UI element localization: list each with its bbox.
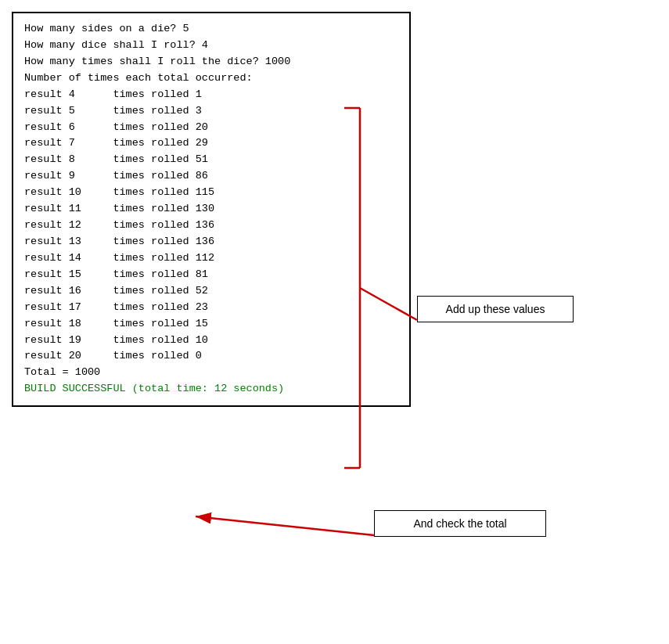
output-line: result 11 times rolled 130 (24, 203, 214, 214)
output-line: result 6 times rolled 20 (24, 121, 208, 133)
output-line: result 14 times rolled 112 (24, 252, 214, 264)
output-line: result 17 times rolled 23 (24, 301, 208, 313)
output-line: result 19 times rolled 10 (24, 334, 208, 346)
output-line: result 15 times rolled 81 (24, 268, 208, 280)
output-line: How many sides on a die? 5 (24, 23, 189, 34)
annotation-check-label: And check the total (413, 517, 506, 530)
annotation-check-total: And check the total (374, 510, 546, 537)
output-line: result 12 times rolled 136 (24, 219, 214, 231)
output-line: result 5 times rolled 3 (24, 105, 202, 117)
output-line: result 8 times rolled 51 (24, 153, 208, 165)
output-line: result 4 times rolled 1 (24, 88, 202, 100)
output-line: result 7 times rolled 29 (24, 137, 208, 149)
output-panel: How many sides on a die? 5 How many dice… (12, 12, 411, 407)
annotation-add-values: Add up these values (417, 296, 574, 322)
output-line: result 13 times rolled 136 (24, 236, 214, 247)
output-line: BUILD SUCCESSFUL (total time: 12 seconds… (24, 383, 284, 394)
output-line: result 10 times rolled 115 (24, 186, 214, 198)
output-line: result 9 times rolled 86 (24, 170, 208, 182)
output-line: result 18 times rolled 15 (24, 318, 208, 329)
output-line: Total = 1000 (24, 366, 100, 378)
output-line: How many dice shall I roll? 4 (24, 39, 208, 51)
annotation-add-label: Add up these values (446, 303, 545, 315)
output-line: How many times shall I roll the dice? 10… (24, 56, 290, 67)
output-content: How many sides on a die? 5 How many dice… (24, 21, 398, 398)
output-line: Number of times each total occurred: (24, 72, 253, 84)
output-line: result 16 times rolled 52 (24, 285, 208, 297)
svg-line-5 (196, 516, 374, 535)
output-line: result 20 times rolled 0 (24, 350, 202, 362)
